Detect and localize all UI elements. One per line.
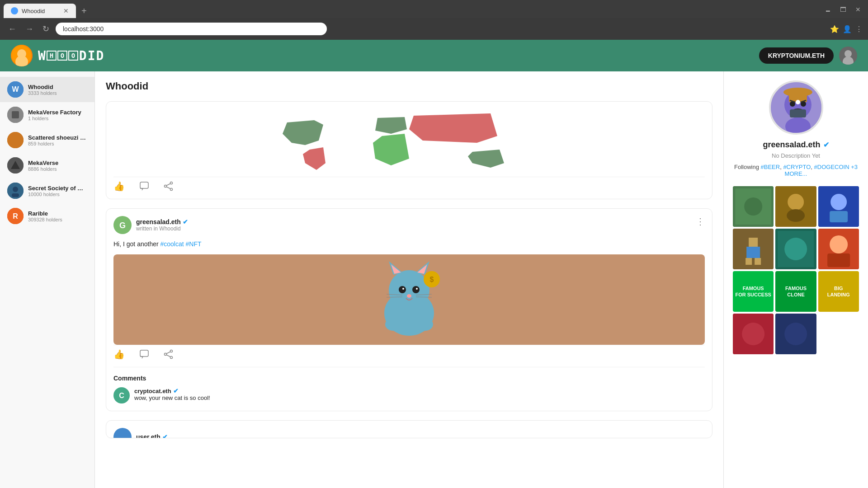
nft-1-svg bbox=[733, 186, 774, 227]
comment-button-map[interactable] bbox=[139, 181, 149, 191]
nft-thumb-5[interactable] bbox=[775, 229, 816, 269]
nft-grid: FAMOUSFOR SUCCESS FAMOUSCLONE BIGLANDING bbox=[733, 186, 859, 354]
post-header-cat: G greensalad.eth ✔ written in Whoodid ⋮ bbox=[113, 216, 705, 234]
svg-point-49 bbox=[170, 357, 173, 359]
nft-big-landing-label: BIGLANDING bbox=[826, 283, 852, 300]
like-button-cat[interactable]: 👍 bbox=[113, 349, 125, 360]
sidebar-secretsociety-icon bbox=[7, 183, 24, 199]
tab-bar: Whoodid ✕ + 🗕 🗖 ✕ bbox=[0, 0, 868, 18]
close-button[interactable]: ✕ bbox=[852, 4, 864, 15]
sidebar-avatar-whoodid: W bbox=[7, 81, 24, 98]
following-tag-beer[interactable]: #BEER bbox=[761, 164, 780, 170]
logo-avatar bbox=[11, 45, 33, 66]
svg-rect-78 bbox=[745, 258, 752, 265]
svg-line-22 bbox=[167, 187, 170, 189]
svg-rect-74 bbox=[830, 211, 848, 222]
like-button-map[interactable]: 👍 bbox=[113, 181, 125, 192]
sidebar-avatar-mekaverse bbox=[7, 157, 24, 174]
post-card-map: 👍 bbox=[106, 101, 712, 199]
close-tab-button[interactable]: ✕ bbox=[63, 7, 69, 14]
svg-rect-18 bbox=[140, 182, 148, 188]
nft-thumb-4[interactable] bbox=[733, 229, 774, 269]
sidebar-whoodid-icon: W bbox=[7, 81, 24, 98]
nft-thumb-famous-success[interactable]: FAMOUSFOR SUCCESS bbox=[733, 271, 774, 312]
sidebar-name-rarible: Rarible bbox=[28, 210, 87, 217]
profile-verified-badge: ✔ bbox=[823, 141, 829, 149]
active-tab[interactable]: Whoodid ✕ bbox=[4, 4, 76, 18]
svg-point-33 bbox=[399, 286, 406, 293]
logo-o2: O bbox=[68, 51, 78, 61]
profile-icon[interactable]: 👤 bbox=[843, 25, 852, 33]
sidebar-item-secretsociety[interactable]: Secret Society of Whales 10000 holders bbox=[0, 178, 94, 203]
svg-point-34 bbox=[412, 286, 420, 293]
svg-rect-85 bbox=[827, 253, 850, 267]
extensions-icon[interactable]: ⭐ bbox=[830, 25, 839, 33]
share-button-map[interactable] bbox=[164, 181, 174, 191]
nft-thumb-big-landing[interactable]: BIGLANDING bbox=[818, 271, 859, 312]
sidebar-mekaverse-icon bbox=[7, 157, 24, 174]
sidebar-item-whoodid[interactable]: W Whoodid 3333 holders bbox=[0, 77, 94, 102]
following-tag-crypto[interactable]: #CRYPTO bbox=[783, 164, 811, 170]
nft-thumb-dark-blue[interactable] bbox=[775, 314, 816, 354]
back-button[interactable]: ← bbox=[5, 23, 19, 36]
sidebar-holders-mekaverse: 8886 holders bbox=[28, 166, 87, 172]
browser-icons-group: ⭐ 👤 ⋮ bbox=[830, 25, 863, 33]
comments-title: Comments bbox=[113, 375, 705, 382]
forward-button[interactable]: → bbox=[23, 23, 36, 36]
app-body: W Whoodid 3333 holders MekaVerse Factory… bbox=[0, 71, 868, 488]
nft-tag[interactable]: #NFT bbox=[186, 240, 202, 248]
share-icon-cat bbox=[164, 349, 174, 359]
following-tag-dogecoin[interactable]: #DOGECOIN bbox=[814, 164, 849, 170]
post-header-partial: user.eth ✔ bbox=[113, 428, 705, 438]
settings-icon[interactable]: ⋮ bbox=[855, 25, 863, 33]
svg-point-37 bbox=[407, 294, 411, 298]
nft-thumb-2[interactable] bbox=[775, 186, 816, 227]
coolcat-tag[interactable]: #coolcat bbox=[160, 240, 184, 248]
svg-point-4 bbox=[844, 50, 852, 57]
sidebar-info-mekaverse: MekaVerse 8886 holders bbox=[28, 160, 87, 172]
nft-thumb-3[interactable] bbox=[818, 186, 859, 227]
post-card-partial: user.eth ✔ bbox=[106, 420, 712, 438]
nft-4-svg bbox=[733, 229, 774, 269]
share-icon-map bbox=[164, 181, 174, 191]
svg-point-71 bbox=[787, 209, 805, 222]
restore-button[interactable]: 🗕 bbox=[821, 4, 835, 15]
maximize-button[interactable]: 🗖 bbox=[836, 4, 850, 15]
new-tab-button[interactable]: + bbox=[78, 4, 90, 18]
svg-line-51 bbox=[167, 352, 170, 354]
post-author-info-cat: greensalad.eth ✔ written in Whoodid bbox=[136, 218, 188, 232]
nft-thumb-6[interactable] bbox=[818, 229, 859, 269]
sidebar-info-mekafactory: MekaVerse Factory 1 holders bbox=[28, 109, 87, 121]
svg-line-23 bbox=[167, 184, 170, 186]
post-more-button-cat[interactable]: ⋮ bbox=[696, 216, 705, 227]
svg-point-84 bbox=[830, 235, 848, 253]
profile-description: No Description Yet bbox=[733, 152, 859, 159]
nft-thumb-famous-clone[interactable]: FAMOUSCLONE bbox=[775, 271, 816, 312]
nft-thumb-1[interactable] bbox=[733, 186, 774, 227]
svg-point-28 bbox=[389, 270, 429, 311]
sidebar-item-mekafactory[interactable]: MekaVerse Factory 1 holders bbox=[0, 102, 94, 127]
user-avatar[interactable] bbox=[839, 47, 857, 65]
sidebar: W Whoodid 3333 holders MekaVerse Factory… bbox=[0, 71, 95, 488]
sidebar-item-scattered[interactable]: Scattered shoeuzi Vol. 1 859 holders bbox=[0, 127, 94, 153]
nft-thumb-dark-red[interactable] bbox=[733, 314, 774, 354]
share-button-cat[interactable] bbox=[164, 349, 174, 359]
comment-button-cat[interactable] bbox=[139, 349, 149, 359]
sidebar-name-secretsociety: Secret Society of Whales bbox=[28, 185, 87, 192]
profile-avatar-large bbox=[769, 80, 823, 135]
sidebar-holders-scattered: 859 holders bbox=[28, 141, 87, 146]
sidebar-avatar-rarible: R bbox=[7, 208, 24, 224]
svg-point-68 bbox=[744, 197, 762, 216]
refresh-button[interactable]: ↻ bbox=[40, 22, 52, 36]
wallet-button[interactable]: KRYPTONIUM.ETH bbox=[759, 47, 834, 64]
post-author-avatar-svg-cat: G bbox=[113, 216, 132, 234]
user-avatar-svg bbox=[839, 47, 857, 65]
sidebar-avatar-mekafactory bbox=[7, 107, 24, 123]
sidebar-info-secretsociety: Secret Society of Whales 10000 holders bbox=[28, 185, 87, 197]
tab-title: Whoodid bbox=[22, 8, 45, 14]
sidebar-item-mekaverse[interactable]: MekaVerse 8886 holders bbox=[0, 153, 94, 178]
svg-rect-15 bbox=[12, 193, 19, 197]
address-bar[interactable] bbox=[56, 23, 327, 35]
sidebar-item-rarible[interactable]: R Rarible 309328 holders bbox=[0, 203, 94, 229]
svg-point-82 bbox=[784, 238, 807, 260]
